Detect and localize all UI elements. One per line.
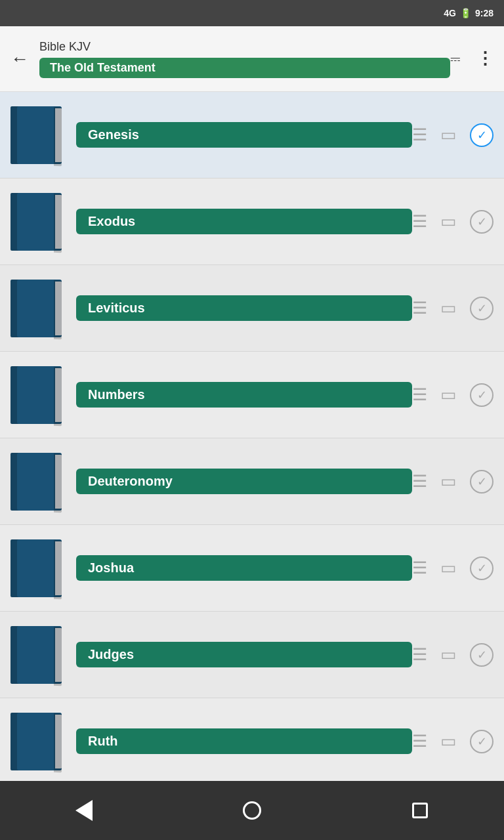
book-shadow bbox=[54, 713, 62, 772]
bookmark-icon[interactable]: ▭ bbox=[440, 211, 457, 232]
book-list: Genesis ☰ ▭ ✓ Exodus ☰ ▭ ✓ bbox=[0, 92, 504, 781]
book-shadow bbox=[54, 626, 62, 685]
book-list-item[interactable]: Judges ☰ ▭ ✓ bbox=[0, 612, 504, 698]
book-actions: ☰ ▭ ✓ bbox=[412, 730, 494, 753]
bookmark-icon[interactable]: ▭ bbox=[440, 385, 457, 405]
check-icon[interactable]: ✓ bbox=[470, 643, 494, 667]
check-icon[interactable]: ✓ bbox=[470, 470, 494, 494]
check-icon[interactable]: ✓ bbox=[470, 123, 494, 147]
book-actions: ☰ ▭ ✓ bbox=[412, 556, 494, 580]
bookmark-icon[interactable]: ▭ bbox=[440, 644, 457, 665]
bookmark-icon[interactable]: ▭ bbox=[440, 298, 457, 318]
book-icon bbox=[10, 366, 63, 425]
book-icon bbox=[10, 279, 63, 338]
list-icon[interactable]: ☰ bbox=[412, 558, 427, 578]
book-name: Exodus bbox=[76, 209, 412, 234]
nav-home-button[interactable] bbox=[232, 791, 272, 830]
list-icon[interactable]: ☰ bbox=[412, 385, 427, 405]
book-list-item[interactable]: Joshua ☰ ▭ ✓ bbox=[0, 525, 504, 612]
book-shadow bbox=[54, 193, 62, 252]
battery-icon: 🔋 bbox=[460, 8, 471, 18]
status-icons: 4G 🔋 9:28 bbox=[444, 8, 494, 18]
section-badge: The Old Testament bbox=[39, 58, 450, 78]
header-title-area: Bible KJV The Old Testament bbox=[39, 40, 450, 78]
book-list-item[interactable]: Ruth ☰ ▭ ✓ bbox=[0, 698, 504, 781]
nav-back-button[interactable] bbox=[64, 791, 104, 830]
list-icon[interactable]: ☰ bbox=[412, 471, 427, 492]
bookmark-icon[interactable]: ▭ bbox=[440, 471, 457, 492]
book-actions: ☰ ▭ ✓ bbox=[412, 210, 494, 234]
book-actions: ☰ ▭ ✓ bbox=[412, 123, 494, 147]
book-list-item[interactable]: Deuteronomy ☰ ▭ ✓ bbox=[0, 438, 504, 525]
book-name: Ruth bbox=[76, 728, 412, 754]
check-icon[interactable]: ✓ bbox=[470, 210, 494, 234]
check-icon[interactable]: ✓ bbox=[470, 730, 494, 753]
bottom-nav bbox=[0, 781, 504, 840]
book-icon bbox=[10, 452, 63, 511]
book-list-item[interactable]: Leviticus ☰ ▭ ✓ bbox=[0, 265, 504, 352]
book-icon bbox=[10, 625, 63, 684]
list-icon[interactable]: ☰ bbox=[412, 298, 427, 318]
home-circle-icon bbox=[243, 801, 261, 820]
back-button[interactable]: ← bbox=[10, 50, 29, 68]
list-icon[interactable]: ☰ bbox=[412, 731, 427, 751]
app-title: Bible KJV bbox=[39, 40, 450, 54]
book-icon bbox=[10, 106, 63, 165]
recent-square-icon bbox=[412, 803, 428, 818]
book-shadow bbox=[54, 539, 62, 598]
book-actions: ☰ ▭ ✓ bbox=[412, 383, 494, 407]
list-icon[interactable]: ☰ bbox=[412, 125, 427, 145]
book-name: Genesis bbox=[76, 122, 412, 148]
book-shadow bbox=[54, 106, 62, 165]
book-icon bbox=[10, 712, 63, 771]
book-actions: ☰ ▭ ✓ bbox=[412, 470, 494, 494]
book-name: Joshua bbox=[76, 555, 412, 581]
check-icon[interactable]: ✓ bbox=[470, 383, 494, 407]
book-name: Leviticus bbox=[76, 295, 412, 321]
clock: 9:28 bbox=[475, 8, 494, 18]
book-shadow bbox=[54, 280, 62, 339]
header-actions: ⎓ ⋮ bbox=[450, 49, 494, 69]
book-shadow bbox=[54, 366, 62, 425]
book-shadow bbox=[54, 453, 62, 512]
book-icon bbox=[10, 192, 63, 251]
book-icon bbox=[10, 539, 63, 598]
bookmark-icon[interactable]: ▭ bbox=[440, 731, 457, 751]
bookmark-icon[interactable]: ▭ bbox=[440, 125, 457, 145]
book-name: Deuteronomy bbox=[76, 469, 412, 494]
book-actions: ☰ ▭ ✓ bbox=[412, 643, 494, 667]
check-icon[interactable]: ✓ bbox=[470, 556, 494, 580]
signal-icon: 4G bbox=[444, 8, 456, 18]
more-options-button[interactable]: ⋮ bbox=[476, 49, 494, 69]
header: ← Bible KJV The Old Testament ⎓ ⋮ bbox=[0, 26, 504, 92]
book-list-item[interactable]: Numbers ☰ ▭ ✓ bbox=[0, 352, 504, 438]
book-list-item[interactable]: Genesis ☰ ▭ ✓ bbox=[0, 92, 504, 178]
back-triangle-icon bbox=[75, 800, 93, 821]
book-list-item[interactable]: Exodus ☰ ▭ ✓ bbox=[0, 178, 504, 265]
bookmark-button[interactable]: ⎓ bbox=[450, 49, 461, 69]
book-actions: ☰ ▭ ✓ bbox=[412, 297, 494, 320]
check-icon[interactable]: ✓ bbox=[470, 297, 494, 320]
list-icon[interactable]: ☰ bbox=[412, 211, 427, 232]
bookmark-icon[interactable]: ▭ bbox=[440, 558, 457, 578]
book-name: Numbers bbox=[76, 382, 412, 408]
book-name: Judges bbox=[76, 642, 412, 667]
list-icon[interactable]: ☰ bbox=[412, 644, 427, 665]
status-bar: 4G 🔋 9:28 bbox=[0, 0, 504, 26]
nav-recent-button[interactable] bbox=[400, 791, 440, 830]
